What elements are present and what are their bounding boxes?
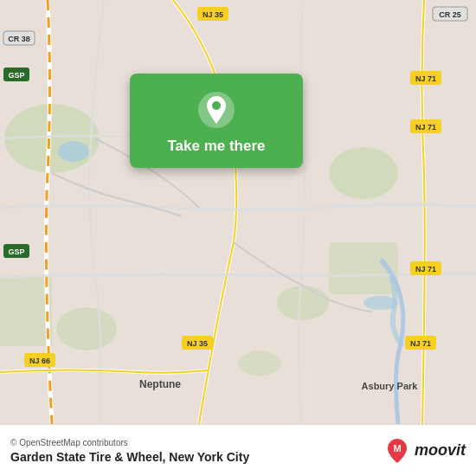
svg-point-7	[238, 351, 281, 376]
svg-text:CR 25: CR 25	[439, 10, 461, 19]
svg-point-35	[212, 101, 221, 110]
attribution-text: © OpenStreetMap contributors	[10, 438, 249, 447]
moovit-logo: M moovit	[383, 437, 466, 465]
svg-point-8	[58, 141, 89, 162]
svg-text:Neptune: Neptune	[139, 378, 181, 390]
svg-point-5	[56, 307, 117, 351]
moovit-brand-icon: M	[383, 437, 411, 465]
svg-text:Asbury Park: Asbury Park	[362, 381, 419, 391]
svg-text:NJ 66: NJ 66	[29, 357, 50, 365]
bottom-bar: © OpenStreetMap contributors Garden Stat…	[0, 424, 476, 476]
take-me-there-card[interactable]: Take me there	[130, 74, 303, 168]
svg-text:GSP: GSP	[8, 71, 24, 80]
take-me-there-label: Take me there	[167, 138, 265, 155]
svg-point-3	[277, 286, 329, 320]
svg-text:CR 38: CR 38	[8, 35, 30, 43]
svg-rect-0	[0, 0, 476, 424]
moovit-text: moovit	[415, 441, 466, 460]
svg-text:GSP: GSP	[8, 248, 24, 256]
bottom-left-info: © OpenStreetMap contributors Garden Stat…	[10, 438, 249, 464]
svg-text:NJ 35: NJ 35	[187, 339, 208, 348]
svg-text:NJ 71: NJ 71	[415, 74, 436, 83]
svg-text:NJ 71: NJ 71	[410, 339, 431, 348]
map-container: NJ 35 NJ 35 NJ 71 NJ 71 NJ 71 NJ 71 NJ 6…	[0, 0, 476, 424]
location-pin-icon	[197, 91, 235, 129]
svg-text:M: M	[393, 443, 401, 453]
svg-text:NJ 71: NJ 71	[415, 123, 436, 132]
place-name: Garden State Tire & Wheel, New York City	[10, 450, 249, 464]
svg-text:NJ 35: NJ 35	[203, 10, 223, 19]
svg-text:NJ 71: NJ 71	[415, 265, 436, 273]
svg-point-2	[329, 147, 398, 199]
svg-rect-6	[0, 277, 52, 346]
